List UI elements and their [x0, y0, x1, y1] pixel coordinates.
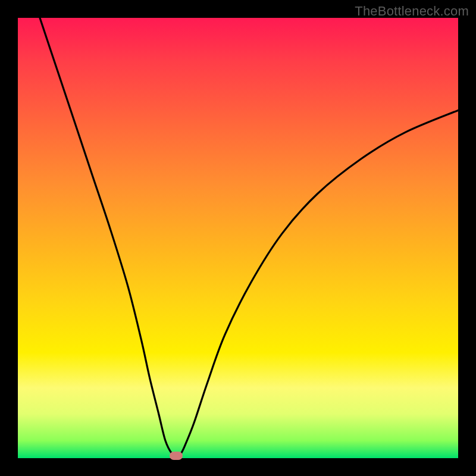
bottleneck-curve: [40, 18, 458, 456]
curve-svg: [18, 18, 458, 458]
watermark-text: TheBottleneck.com: [355, 4, 469, 19]
plot-area: [18, 18, 458, 458]
optimum-marker: [170, 452, 183, 460]
chart-frame: TheBottleneck.com: [0, 0, 476, 476]
